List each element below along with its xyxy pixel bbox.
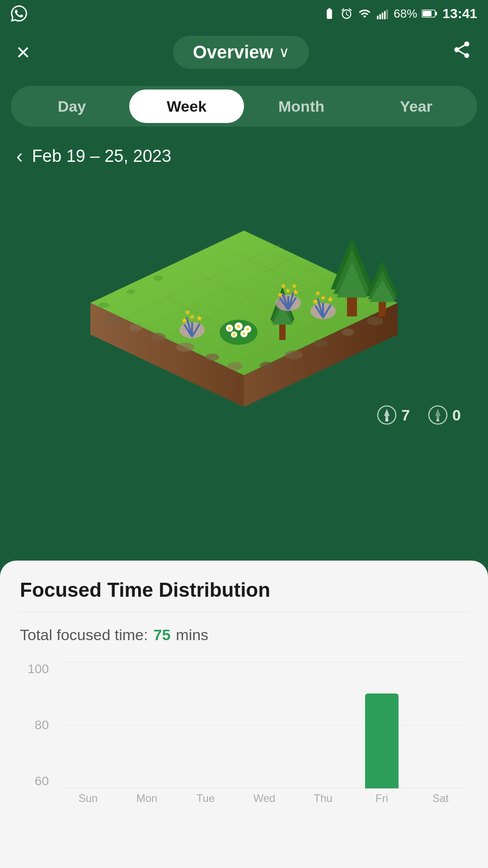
bar-label-wed: Wed [253,792,276,805]
signal-icon [376,7,389,20]
battery-icon [323,7,336,20]
y-label-100: 100 [20,662,56,676]
card-title: Focused Time Distribution [20,579,468,601]
svg-point-23 [105,316,121,326]
chart-bar-col: Tue [178,662,233,788]
status-bar: 68% 13:41 [0,0,488,27]
coin-indicators: 7 0 [377,405,461,425]
svg-text:★: ★ [291,282,297,290]
chart-bar-col: Sun [61,662,116,788]
svg-point-60 [246,328,249,330]
svg-rect-1 [380,14,381,19]
svg-text:★: ★ [196,314,203,323]
svg-text:★: ★ [277,290,284,299]
period-month[interactable]: Month [244,90,359,123]
dead-count: 0 [452,406,461,424]
svg-text:★: ★ [312,297,319,306]
svg-point-28 [227,362,243,370]
live-count: 7 [401,406,410,424]
total-value: 75 [153,626,170,644]
svg-point-30 [367,316,383,326]
svg-point-34 [260,362,273,369]
svg-point-27 [206,354,219,361]
time-display: 13:41 [442,6,477,21]
status-left [11,5,27,22]
garden-area: ★ ★ ★ ★ ★ ★ ★ ★ ★ ★ ★ ★ ★ [0,172,488,434]
alarm-icon [340,7,353,20]
chart-bar-col: Wed [237,662,292,788]
status-right: 68% 13:41 [323,6,477,21]
bar-label-fri: Fri [375,792,388,805]
y-axis: 100 80 60 [20,662,56,788]
date-range-label: Feb 19 – 25, 2023 [32,146,171,166]
svg-text:★: ★ [280,282,286,290]
svg-text:★: ★ [314,289,321,297]
bar-label-thu: Thu [314,792,332,805]
battery-shape-icon [422,7,438,20]
bottom-card: Focused Time Distribution Total focused … [0,561,488,868]
dead-trees-count: 0 [428,405,461,425]
header: × Overview ∨ [0,27,488,77]
svg-point-37 [153,275,163,281]
svg-rect-0 [377,16,379,19]
svg-text:★: ★ [184,308,191,316]
total-unit: mins [176,626,208,644]
chart-container: 100 80 60 SunMonTueWedThuFriSat [20,662,468,807]
svg-rect-3 [384,11,386,19]
svg-text:★: ★ [181,316,188,325]
card-divider [20,612,468,613]
svg-point-35 [99,302,109,308]
svg-marker-100 [435,409,441,416]
svg-rect-6 [435,12,437,15]
chevron-down-icon: ∨ [279,43,289,61]
svg-point-36 [127,289,136,294]
y-label-60: 60 [20,774,56,788]
battery-percent: 68% [394,7,417,21]
bar-label-sun: Sun [79,792,98,805]
svg-point-61 [233,333,235,336]
share-button[interactable] [452,40,472,64]
period-year[interactable]: Year [359,90,474,123]
bar-label-sat: Sat [432,792,449,805]
svg-marker-97 [384,409,389,416]
chart-bar-col: Mon [119,662,174,788]
total-label: Total focused time: [20,626,148,644]
svg-point-26 [176,343,194,352]
svg-rect-7 [422,11,432,16]
live-trees-count: 7 [377,405,410,425]
svg-point-33 [285,350,303,359]
svg-point-31 [342,329,354,336]
date-navigation: ‹ Feb 19 – 25, 2023 [0,136,488,172]
svg-point-62 [243,332,245,335]
wifi-icon [357,7,372,20]
total-time-row: Total focused time: 75 mins [20,626,468,644]
chart-bar-col: Fri [354,662,409,788]
period-day[interactable]: Day [14,90,129,123]
bar-fri [365,693,398,788]
whatsapp-icon [11,5,27,22]
dead-coin-icon [428,405,448,425]
chart-bars: SunMonTueWedThuFriSat [61,662,468,788]
svg-point-24 [129,324,142,331]
chart-bar-col: Sat [413,662,468,788]
garden-visualization: ★ ★ ★ ★ ★ ★ ★ ★ ★ ★ ★ ★ ★ [68,194,420,411]
period-selector: Day Week Month Year [11,86,477,127]
svg-point-58 [228,327,231,330]
period-week[interactable]: Week [129,90,244,123]
svg-point-25 [151,333,165,341]
y-label-80: 80 [20,718,56,732]
svg-point-32 [314,340,328,348]
bar-label-tue: Tue [197,792,215,805]
tree-coin-icon [377,405,397,425]
svg-text:★: ★ [320,294,326,302]
chart-bar-col: Thu [296,662,351,788]
prev-period-button[interactable]: ‹ [16,145,23,167]
close-button[interactable]: × [16,38,30,66]
svg-text:★: ★ [327,295,334,304]
svg-rect-4 [386,9,388,19]
svg-point-59 [237,325,240,328]
bar-label-mon: Mon [136,792,158,805]
svg-rect-2 [382,13,384,19]
share-icon [452,40,472,60]
overview-dropdown[interactable]: Overview ∨ [173,36,309,69]
